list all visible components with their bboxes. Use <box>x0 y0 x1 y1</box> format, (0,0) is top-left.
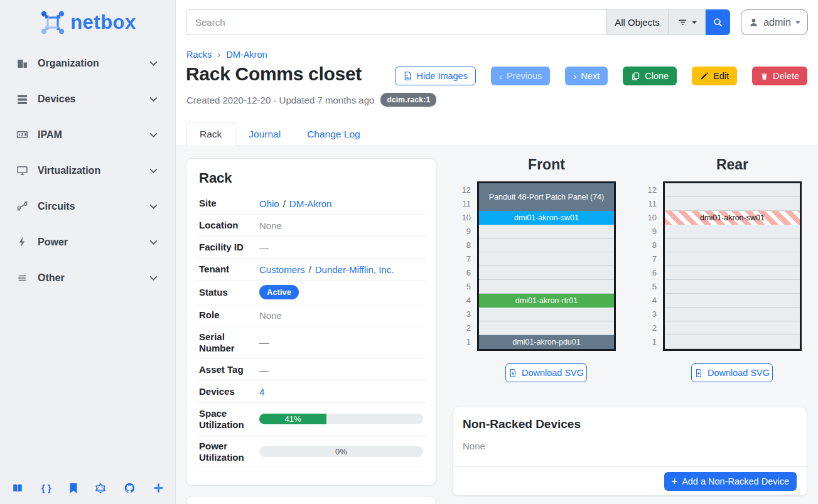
rear-download-svg-button[interactable]: Download SVG <box>691 363 773 382</box>
space-utilization-bar: 41% <box>259 414 423 424</box>
netbox-logo-text: netbox <box>70 11 136 34</box>
clone-label: Clone <box>645 71 669 81</box>
rack-unit-slot[interactable] <box>479 239 614 252</box>
add-non-racked-device-label: Add a Non-Racked Device <box>682 476 789 486</box>
search-filter-button[interactable] <box>668 9 706 35</box>
chevron-down-icon <box>148 129 159 140</box>
edit-button[interactable]: Edit <box>692 67 737 85</box>
rack-unit-slot[interactable] <box>665 280 800 294</box>
search-submit-button[interactable] <box>706 9 730 35</box>
rack-unit-slot[interactable] <box>665 321 800 335</box>
rack-device[interactable]: dmi01-akron-sw01 <box>479 211 614 225</box>
sidebar-item-circuits[interactable]: Circuits <box>0 188 175 224</box>
sidebar-item-power[interactable]: Power <box>0 224 175 260</box>
search-icon <box>713 17 723 28</box>
delete-button[interactable]: Delete <box>752 67 807 85</box>
sidebar-item-devices[interactable]: Devices <box>0 81 175 117</box>
power-utilization-bar: 0% <box>259 446 423 457</box>
rack-device[interactable]: dmi01-akron-rtr01 <box>479 294 614 308</box>
row-label: Role <box>199 309 259 321</box>
rack-device[interactable]: dmi01-akron-sw01 <box>665 211 800 225</box>
unit-number-label: 4 <box>455 294 471 308</box>
role-value: None <box>259 310 423 321</box>
rack-unit-slot[interactable] <box>479 280 614 294</box>
row-label: Location <box>199 220 259 231</box>
user-menu-button[interactable]: admin <box>741 9 808 35</box>
github-icon[interactable] <box>124 482 136 494</box>
rack-unit-slot[interactable] <box>665 252 800 266</box>
front-download-svg-button[interactable]: Download SVG <box>505 363 587 382</box>
unit-number-label: 12 <box>455 183 471 197</box>
rack-unit-slot[interactable] <box>665 183 800 197</box>
unit-number-label: 6 <box>455 266 471 280</box>
sidebar-item-organization[interactable]: Organization <box>0 45 175 81</box>
unit-number-label: 4 <box>640 294 657 308</box>
rack-unit-slot[interactable] <box>665 294 800 308</box>
rack-unit-slot[interactable] <box>479 266 614 280</box>
docs-book-icon[interactable] <box>11 483 24 494</box>
rack-device[interactable]: dmi01-akron-pdu01 <box>479 335 614 349</box>
rack-unit-slot[interactable] <box>665 239 800 252</box>
rack-unit-slot[interactable] <box>479 225 614 239</box>
tab-bar: Rack Journal Change Log <box>186 122 818 146</box>
sidebar-item-label: Circuits <box>38 201 75 212</box>
row-role: Role None <box>196 304 426 326</box>
row-label: Facility ID <box>199 242 259 253</box>
sidebar-item-other[interactable]: Other <box>0 260 175 296</box>
caret-down-icon <box>795 21 800 26</box>
tenant-group-link[interactable]: Customers <box>259 264 305 275</box>
breadcrumb-link-racks[interactable]: Racks <box>186 50 212 60</box>
rack-unit-slot[interactable] <box>665 266 800 280</box>
row-label: Site <box>199 198 259 209</box>
rack-unit-slot[interactable] <box>665 308 800 321</box>
filter-icon <box>677 17 688 28</box>
rack-unit-slot[interactable] <box>479 252 614 266</box>
rest-api-braces-icon[interactable]: { } <box>41 483 51 493</box>
rack-unit-slot[interactable] <box>479 321 614 335</box>
hide-images-button[interactable]: Hide Images <box>395 67 476 85</box>
tab-change-log[interactable]: Change Log <box>294 122 373 146</box>
rack-device[interactable]: Panduit 48-Port Patch Panel (74) <box>479 183 614 211</box>
rack-unit-slot[interactable] <box>479 308 614 321</box>
front-rack-elevation: Panduit 48-Port Patch Panel (74)dmi01-ak… <box>477 181 616 351</box>
download-svg-label: Download SVG <box>708 368 770 378</box>
rack-unit-slot[interactable] <box>665 225 800 239</box>
breadcrumb-link-site[interactable]: DM-Akron <box>226 50 267 60</box>
action-buttons: Hide Images ‹ Previous › Next Clone Edit <box>395 67 807 85</box>
connection-icon <box>16 200 28 212</box>
unit-number-label: 3 <box>455 308 471 321</box>
rack-unit-slot[interactable] <box>665 197 800 211</box>
sidebar-item-ipam[interactable]: IPAM <box>0 117 175 153</box>
global-search: All Objects <box>186 9 730 35</box>
space-utilization-fill: 41% <box>259 414 326 424</box>
netbox-logo[interactable]: netbox <box>0 5 175 40</box>
sidebar-item-virtualization[interactable]: Virtualization <box>0 153 175 188</box>
panel-title: Rack <box>199 170 426 186</box>
tab-rack[interactable]: Rack <box>186 122 235 146</box>
row-power-utilization: Power Utilization 0% <box>196 436 426 468</box>
clone-button[interactable]: Clone <box>623 67 677 85</box>
download-svg-label: Download SVG <box>522 368 584 378</box>
next-button[interactable]: › Next <box>565 67 608 85</box>
tenant-link[interactable]: Dunder-Mifflin, Inc. <box>315 264 394 275</box>
breadcrumb: Racks › DM-Akron <box>186 49 267 60</box>
row-facility-id: Facility ID — <box>196 237 426 259</box>
user-menu-label: admin <box>763 17 791 28</box>
search-input[interactable] <box>186 9 606 35</box>
slack-icon[interactable] <box>153 483 164 493</box>
unit-number-label: 9 <box>455 225 471 239</box>
row-label: Space Utilization <box>199 408 259 431</box>
site-link[interactable]: DM-Akron <box>289 198 332 209</box>
bookmark-icon[interactable] <box>69 483 78 494</box>
unit-number-label: 8 <box>455 239 471 252</box>
devices-count-link[interactable]: 4 <box>259 387 264 397</box>
previous-button[interactable]: ‹ Previous <box>491 67 550 85</box>
add-non-racked-device-button[interactable]: + Add a Non-Racked Device <box>664 472 797 491</box>
graphql-icon[interactable] <box>95 483 106 494</box>
search-scope-button[interactable]: All Objects <box>606 9 668 35</box>
unit-number-label: 7 <box>455 252 471 266</box>
site-region-link[interactable]: Ohio <box>259 198 279 209</box>
row-status: Status Active <box>196 281 426 304</box>
tab-journal[interactable]: Journal <box>235 122 294 146</box>
rack-unit-slot[interactable] <box>665 335 800 349</box>
